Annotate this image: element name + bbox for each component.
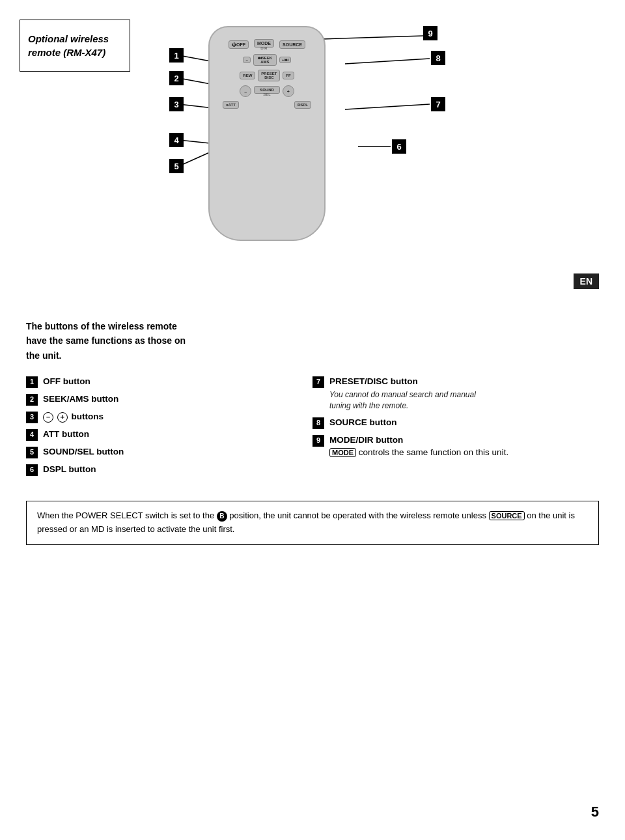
badge-3: 3	[169, 97, 184, 111]
badge-item-4: 4	[26, 429, 38, 441]
button-item-8-text: SOURCE button	[329, 417, 397, 429]
button-item-6: 6 DSPL button	[26, 464, 312, 476]
source-key: SOURCE	[489, 511, 525, 520]
remote-body: ⏻OFF MODE DIR SOURCE – ⏮SEEKAMS +⏭ REW P…	[208, 26, 326, 241]
preset-disc-btn[interactable]: PRESETDISC	[258, 70, 280, 81]
sel-label: SEL	[263, 92, 270, 96]
button-list: 1 OFF button 2 SEEK/AMS button 3 – + but…	[26, 376, 599, 481]
top-section: Optional wirelessremote (RM-X47) 1 2	[0, 0, 625, 306]
badge-1: 1	[169, 48, 184, 63]
button-item-2: 2 SEEK/AMS button	[26, 393, 312, 406]
minus-sound-btn[interactable]: –	[240, 85, 251, 97]
badge-8: 8	[431, 51, 445, 65]
rew-btn[interactable]: REW	[240, 72, 255, 79]
source-btn[interactable]: SOURCE	[279, 40, 305, 49]
intro-text: The buttons of the wireless remote have …	[26, 319, 599, 363]
notice-text-before: When the POWER SELECT switch is set to t…	[37, 511, 217, 520]
button-item-9: 9 MODE/DIR button MODE controls the same…	[312, 434, 599, 459]
page-number: 5	[591, 804, 599, 820]
badge-item-3: 3	[26, 412, 38, 423]
dspl-btn[interactable]: DSPL	[294, 101, 311, 109]
button-item-4-text: ATT button	[43, 428, 89, 441]
badge-item-7: 7	[312, 376, 324, 388]
remote-row-2: – ⏮SEEKAMS +⏭	[210, 54, 324, 66]
button-col-left: 1 OFF button 2 SEEK/AMS button 3 – + but…	[26, 376, 312, 481]
badge-9: 9	[423, 26, 438, 40]
button-item-3-text: – + buttons	[43, 411, 104, 423]
button-item-2-text: SEEK/AMS button	[43, 393, 118, 406]
button-item-5-text: SOUND/SEL button	[43, 446, 124, 458]
off-btn[interactable]: ⏻OFF	[229, 40, 249, 49]
mode-key: MODE	[329, 448, 356, 457]
badge-item-9: 9	[312, 435, 324, 447]
badge-6: 6	[392, 139, 406, 154]
remote-row-1: ⏻OFF MODE DIR SOURCE	[210, 39, 324, 50]
svg-line-8	[322, 36, 423, 39]
badge-item-6: 6	[26, 464, 38, 476]
button-item-7-sub: You cannot do manual search and manualtu…	[329, 389, 476, 412]
notice-text-middle: position, the unit cannot be operated wi…	[227, 511, 489, 520]
mode-inline: MODE controls the same function on this …	[329, 447, 508, 457]
intro-line2: have the same functions as those on	[26, 335, 186, 346]
svg-line-7	[345, 59, 430, 64]
remote-row-3: REW PRESETDISC FF	[210, 70, 324, 81]
button-col-right: 7 PRESET/DISC button You cannot do manua…	[312, 376, 599, 481]
button-item-6-text: DSPL button	[43, 464, 96, 476]
intro-line3: the unit.	[26, 350, 61, 361]
badge-item-2: 2	[26, 394, 38, 406]
en-badge: EN	[574, 273, 599, 289]
button-item-1-text: OFF button	[43, 376, 90, 388]
button-item-5: 5 SOUND/SEL button	[26, 446, 312, 458]
minus-seek-btn[interactable]: –	[243, 57, 250, 63]
ff-btn[interactable]: FF	[283, 72, 294, 79]
b-symbol: B	[217, 511, 227, 522]
badge-4: 4	[169, 133, 184, 147]
plus-sound-btn[interactable]: +	[283, 85, 294, 97]
button-item-3: 3 – + buttons	[26, 411, 312, 423]
svg-line-6	[345, 104, 430, 109]
badge-item-1: 1	[26, 376, 38, 388]
remote-area: 1 2 3 4 5 6 7 8 9 ⏻OFF MODE DIR SOURCE	[26, 20, 599, 293]
dir-label: DIR	[260, 46, 267, 50]
att-btn[interactable]: ●ATT	[223, 101, 239, 109]
badge-item-8: 8	[312, 417, 324, 429]
button-item-9-text: MODE/DIR button MODE controls the same f…	[329, 434, 508, 459]
badge-item-5: 5	[26, 447, 38, 458]
notice-box: When the POWER SELECT switch is set to t…	[26, 501, 599, 545]
button-item-1: 1 OFF button	[26, 376, 312, 388]
button-item-7-text: PRESET/DISC button You cannot do manual …	[329, 376, 476, 411]
button-item-7: 7 PRESET/DISC button You cannot do manua…	[312, 376, 599, 411]
plus-circle-icon: +	[57, 412, 68, 423]
button-item-8: 8 SOURCE button	[312, 417, 599, 429]
badge-7: 7	[431, 97, 445, 111]
seek-ams-btn[interactable]: ⏮SEEKAMS	[253, 54, 277, 66]
intro-line1: The buttons of the wireless remote	[26, 321, 177, 331]
minus-circle-icon: –	[43, 412, 53, 423]
content-area: The buttons of the wireless remote have …	[0, 306, 625, 558]
button-item-4: 4 ATT button	[26, 428, 312, 441]
remote-row-5: ●ATT DSPL	[210, 101, 324, 109]
remote-row-4: – SOUND SEL +	[210, 85, 324, 97]
badge-2: 2	[169, 71, 184, 85]
badge-5: 5	[169, 159, 184, 173]
plus-seek-btn[interactable]: +⏭	[279, 57, 291, 63]
